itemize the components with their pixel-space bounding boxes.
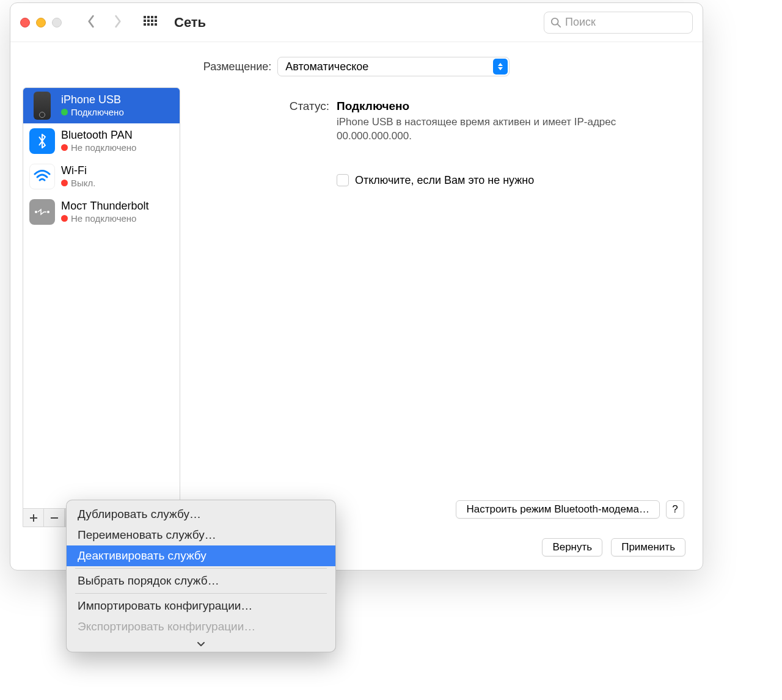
wifi-icon (29, 164, 55, 189)
zoom-window-button (52, 18, 62, 27)
menu-separator (75, 593, 327, 594)
nav-buttons (85, 15, 124, 31)
menu-separator (75, 568, 327, 569)
service-name: Wi-Fi (61, 164, 95, 178)
network-prefs-window: Сеть Поиск Размещение: Автоматическое iP… (10, 2, 703, 571)
service-wifi[interactable]: Wi-Fi Выкл. (23, 159, 180, 194)
configure-bluetooth-modem-button[interactable]: Настроить режим Bluetooth-модема… (456, 500, 660, 519)
page-title: Сеть (174, 15, 535, 31)
service-name: Bluetooth PAN (61, 129, 136, 142)
traffic-lights (20, 18, 62, 27)
location-row: Размещение: Автоматическое (10, 42, 703, 87)
close-window-button[interactable] (20, 18, 30, 27)
service-bluetooth-pan[interactable]: Bluetooth PAN Не подключено (23, 123, 180, 159)
location-value: Автоматическое (285, 60, 368, 73)
search-input[interactable]: Поиск (544, 12, 693, 34)
disable-checkbox[interactable] (337, 174, 349, 186)
svg-line-1 (558, 24, 561, 27)
menu-scroll-chevron[interactable] (67, 637, 335, 651)
menu-import-configs[interactable]: Импортировать конфигурации… (67, 596, 335, 616)
iphone-icon (29, 93, 55, 118)
service-status: Не подключено (71, 213, 136, 224)
menu-rename-service[interactable]: Переименовать службу… (67, 525, 335, 545)
menu-export-configs: Экспортировать конфигурации… (67, 616, 335, 637)
detail-panel: Статус: Подключено iPhone USB в настояще… (189, 87, 690, 527)
status-description: iPhone USB в настоящее время активен и и… (337, 115, 654, 144)
thunderbolt-icon (29, 199, 55, 225)
bluetooth-icon (29, 128, 55, 154)
status-dot-red (61, 215, 68, 222)
service-iphone-usb[interactable]: iPhone USB Подключено (23, 88, 180, 123)
titlebar: Сеть Поиск (10, 3, 703, 42)
svg-point-2 (35, 211, 37, 213)
service-name: iPhone USB (61, 93, 124, 107)
status-value: Подключено (337, 100, 409, 113)
remove-service-button[interactable] (44, 509, 65, 527)
service-status: Подключено (71, 107, 124, 118)
search-placeholder: Поиск (565, 16, 596, 29)
minimize-window-button[interactable] (36, 18, 46, 27)
service-thunderbolt-bridge[interactable]: Мост Thunderbolt Не подключено (23, 194, 180, 230)
select-arrows-icon (493, 59, 508, 75)
service-actions-menu: Дублировать службу… Переименовать службу… (66, 500, 336, 652)
disable-label: Отключите, если Вам это не нужно (355, 174, 534, 187)
service-status: Не подключено (71, 142, 136, 153)
service-status: Выкл. (71, 178, 95, 189)
help-button[interactable]: ? (666, 500, 684, 519)
status-dot-green (61, 109, 68, 115)
menu-deactivate-service[interactable]: Деактивировать службу (67, 545, 335, 566)
service-name: Мост Thunderbolt (61, 200, 149, 213)
svg-point-0 (552, 18, 558, 24)
status-dot-red (61, 144, 68, 151)
revert-button[interactable]: Вернуть (542, 538, 602, 556)
location-select[interactable]: Автоматическое (277, 57, 510, 76)
search-icon (550, 17, 561, 28)
menu-duplicate-service[interactable]: Дублировать службу… (67, 504, 335, 525)
forward-button[interactable] (112, 15, 124, 31)
status-label: Статус: (207, 100, 329, 113)
location-label: Размещение: (203, 60, 271, 73)
status-dot-red (61, 180, 68, 186)
svg-point-3 (47, 211, 49, 213)
back-button[interactable] (85, 15, 97, 31)
menu-set-service-order[interactable]: Выбрать порядок служб… (67, 571, 335, 591)
show-all-icon[interactable] (144, 16, 157, 29)
add-service-button[interactable] (23, 509, 44, 527)
service-sidebar: iPhone USB Подключено Bluetooth PAN Не п… (23, 87, 180, 527)
service-list: iPhone USB Подключено Bluetooth PAN Не п… (23, 88, 180, 508)
chevron-down-icon (197, 641, 205, 647)
apply-button[interactable]: Применить (611, 538, 685, 556)
